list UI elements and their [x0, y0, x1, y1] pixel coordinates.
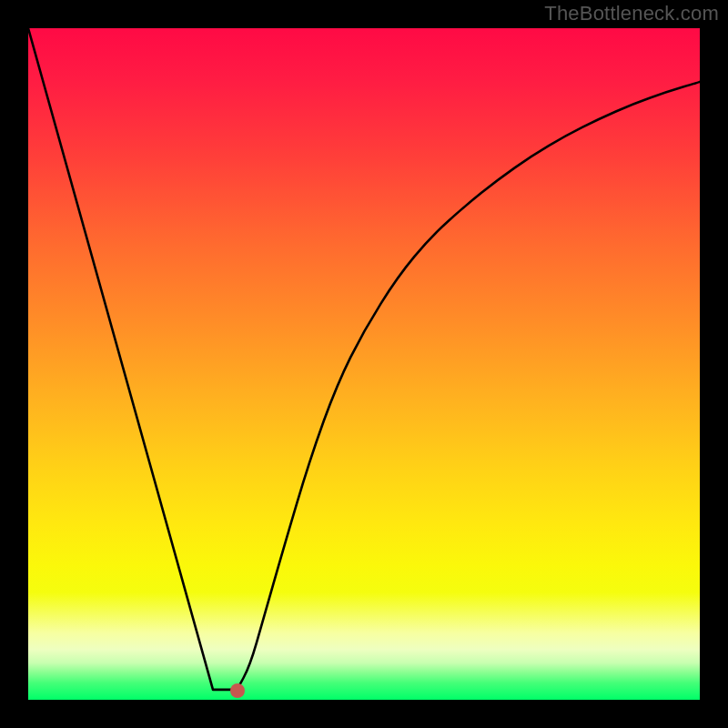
attribution-text: TheBottleneck.com [544, 2, 719, 25]
optimal-point-dot [230, 683, 245, 698]
bottleneck-curve [28, 28, 700, 700]
chart-frame: TheBottleneck.com [0, 0, 728, 728]
plot-area [28, 28, 700, 700]
